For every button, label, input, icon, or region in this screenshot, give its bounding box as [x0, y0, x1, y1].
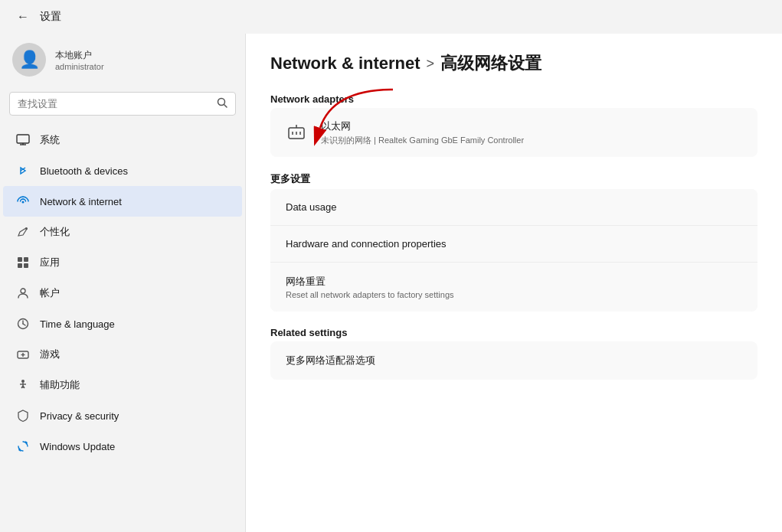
search-icon	[217, 97, 227, 110]
svg-point-6	[25, 227, 28, 230]
svg-line-14	[23, 324, 25, 325]
apps-icon	[15, 255, 31, 270]
network-adapters-list: 以太网 未识别的网络 | Realtek Gaming GbE Family C…	[270, 108, 757, 157]
user-profile: 👤 本地账户 administrator	[0, 34, 245, 89]
privacy-icon	[15, 408, 31, 423]
ethernet-text: 以太网 未识别的网络 | Realtek Gaming GbE Family C…	[321, 119, 745, 146]
network-adapters-title: Network adapters	[270, 93, 757, 105]
ethernet-title: 以太网	[321, 119, 745, 133]
network-reset-item[interactable]: 网络重置 Reset all network adapters to facto…	[270, 263, 757, 312]
ethernet-item[interactable]: 以太网 未识别的网络 | Realtek Gaming GbE Family C…	[270, 108, 757, 157]
hardware-properties-item[interactable]: Hardware and connection properties	[270, 226, 757, 263]
sidebar-item-system[interactable]: 系统	[3, 125, 242, 155]
update-icon	[15, 439, 31, 454]
network-icon	[15, 194, 31, 209]
network-adapters-section: Network adapters	[270, 93, 757, 157]
sidebar-label-gaming: 游戏	[40, 348, 60, 361]
breadcrumb-parent: Network & internet	[270, 54, 420, 73]
sidebar: 👤 本地账户 administrator	[0, 34, 245, 532]
sidebar-item-bluetooth[interactable]: Bluetooth & devices	[3, 155, 242, 186]
main-layout: 👤 本地账户 administrator	[0, 34, 782, 532]
sidebar-label-update: Windows Update	[40, 441, 115, 452]
sidebar-label-apps: 应用	[40, 256, 60, 269]
app-title: 设置	[40, 10, 61, 24]
sidebar-label-system: 系统	[40, 133, 60, 147]
more-settings-list: Data usage Hardware and connection prope…	[270, 189, 757, 312]
ethernet-icon	[283, 119, 310, 146]
gaming-icon	[15, 347, 31, 362]
related-settings-list: 更多网络适配器选项	[270, 341, 757, 380]
svg-rect-7	[18, 257, 22, 262]
breadcrumb-current: 高级网络设置	[440, 52, 542, 75]
svg-point-18	[21, 380, 25, 383]
network-reset-title: 网络重置	[286, 275, 454, 289]
svg-point-11	[21, 289, 25, 293]
search-input[interactable]	[18, 98, 211, 109]
sidebar-item-apps[interactable]: 应用	[3, 247, 242, 278]
sidebar-item-accounts[interactable]: 帐户	[3, 278, 242, 308]
avatar: 👤	[12, 43, 46, 77]
svg-rect-9	[18, 263, 22, 268]
personalize-icon	[15, 224, 31, 240]
sidebar-item-accessibility[interactable]: 辅助功能	[3, 370, 242, 400]
more-adapters-item[interactable]: 更多网络适配器选项	[270, 341, 757, 380]
sidebar-item-network[interactable]: Network & internet	[3, 186, 242, 217]
bluetooth-icon	[15, 163, 31, 178]
svg-line-1	[224, 105, 227, 108]
svg-rect-10	[24, 263, 28, 268]
related-settings-section: Related settings 更多网络适配器选项	[270, 327, 757, 380]
time-icon	[15, 316, 31, 331]
user-email: administrator	[55, 62, 104, 71]
svg-point-5	[22, 201, 25, 204]
accessibility-icon	[15, 377, 31, 393]
ethernet-subtitle: 未识别的网络 | Realtek Gaming GbE Family Contr…	[321, 135, 745, 146]
more-adapters-title: 更多网络适配器选项	[286, 354, 375, 367]
search-box	[9, 92, 236, 116]
nav-items: 系统Bluetooth & devicesNetwork & internet个…	[0, 125, 245, 462]
sidebar-item-time[interactable]: Time & language	[3, 308, 242, 339]
sidebar-item-update[interactable]: Windows Update	[3, 431, 242, 462]
app-container: ← 设置 👤 本地账户 administrator	[0, 0, 782, 532]
top-bar: ← 设置	[0, 0, 782, 34]
more-settings-title: 更多设置	[270, 172, 757, 186]
back-button[interactable]: ←	[12, 6, 34, 28]
user-name: 本地账户	[55, 49, 104, 62]
breadcrumb: Network & internet > 高级网络设置	[270, 52, 757, 75]
accounts-icon	[15, 286, 31, 301]
sidebar-label-accounts: 帐户	[40, 286, 60, 300]
data-usage-item[interactable]: Data usage	[270, 189, 757, 226]
sidebar-label-accessibility: 辅助功能	[40, 378, 80, 392]
sidebar-label-bluetooth: Bluetooth & devices	[40, 165, 128, 177]
sidebar-item-personalize[interactable]: 个性化	[3, 217, 242, 247]
system-icon	[15, 132, 31, 148]
svg-rect-8	[24, 257, 28, 262]
hardware-title: Hardware and connection properties	[286, 238, 447, 250]
sidebar-label-privacy: Privacy & security	[40, 410, 119, 422]
more-settings-section: 更多设置 Data usage Hardware and connection …	[270, 172, 757, 312]
network-reset-subtitle: Reset all network adapters to factory se…	[286, 290, 454, 299]
user-info: 本地账户 administrator	[55, 49, 104, 71]
sidebar-label-time: Time & language	[40, 318, 115, 330]
sidebar-item-privacy[interactable]: Privacy & security	[3, 400, 242, 431]
sidebar-label-personalize: 个性化	[40, 225, 70, 239]
data-usage-title: Data usage	[286, 201, 337, 213]
sidebar-item-gaming[interactable]: 游戏	[3, 339, 242, 370]
related-settings-title: Related settings	[270, 327, 757, 338]
breadcrumb-separator: >	[427, 56, 435, 72]
content-area: Network & internet > 高级网络设置 Network adap…	[245, 34, 782, 532]
search-container	[0, 89, 245, 125]
sidebar-label-network: Network & internet	[40, 196, 122, 207]
svg-rect-2	[17, 135, 29, 143]
